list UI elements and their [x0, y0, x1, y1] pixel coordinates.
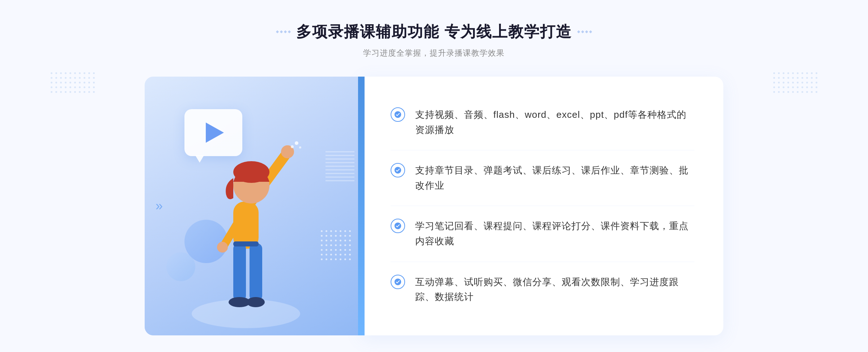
feature-item-2: 支持章节目录、弹题考试、课后练习、课后作业、章节测验、批改作业 [391, 150, 694, 206]
blue-accent-bar [358, 77, 365, 335]
svg-point-22 [295, 141, 298, 145]
svg-rect-16 [250, 243, 262, 301]
page-title: 多项录播课辅助功能 专为线上教学打造 [296, 22, 572, 42]
feature-text-4: 互动弹幕、试听购买、微信分享、观看次数限制、学习进度跟踪、数据统计 [415, 275, 694, 305]
feature-text-3: 学习笔记回看、课程提问、课程评论打分、课件资料下载，重点内容收藏 [415, 219, 694, 249]
check-icon-2 [391, 163, 405, 177]
header-section: 多项录播课辅助功能 专为线上教学打造 学习进度全掌握，提升录播课教学效果 [276, 22, 592, 59]
bg-dots-right [773, 72, 817, 93]
feature-text-1: 支持视频、音频、flash、word、excel、ppt、pdf等各种格式的资源… [415, 107, 694, 137]
page-subtitle: 学习进度全掌握，提升录播课教学效果 [276, 48, 592, 59]
svg-point-23 [299, 146, 301, 149]
bg-dots-left [51, 72, 95, 93]
page-container: 多项录播课辅助功能 专为线上教学打造 学习进度全掌握，提升录播课教学效果 » [0, 0, 868, 352]
title-row: 多项录播课辅助功能 专为线上教学打造 [276, 22, 592, 42]
illustration-panel [145, 77, 362, 335]
check-icon-1 [391, 107, 405, 122]
title-decoration-right [578, 31, 592, 33]
svg-point-24 [291, 145, 294, 148]
person-illustration [174, 119, 318, 335]
content-area: » [145, 77, 723, 335]
left-arrow-decoration: » [156, 198, 163, 214]
stripes-decoration [326, 149, 354, 186]
svg-rect-21 [233, 241, 259, 246]
chevron-icon: » [156, 198, 163, 213]
feature-item-1: 支持视频、音频、flash、word、excel、ppt、pdf等各种格式的资源… [391, 95, 694, 150]
svg-point-20 [247, 297, 265, 307]
feature-item-4: 互动弹幕、试听购买、微信分享、观看次数限制、学习进度跟踪、数据统计 [391, 262, 694, 317]
feature-text-2: 支持章节目录、弹题考试、课后练习、课后作业、章节测验、批改作业 [415, 163, 694, 193]
svg-point-18 [217, 242, 228, 253]
svg-rect-15 [233, 243, 246, 301]
feature-item-3: 学习笔记回看、课程提问、课程评论打分、课件资料下载，重点内容收藏 [391, 206, 694, 262]
features-panel: 支持视频、音频、flash、word、excel、ppt、pdf等各种格式的资源… [362, 77, 723, 335]
check-icon-3 [391, 219, 405, 233]
title-decoration-left [276, 31, 290, 33]
illus-dot-grid [321, 230, 351, 263]
check-icon-4 [391, 275, 405, 289]
